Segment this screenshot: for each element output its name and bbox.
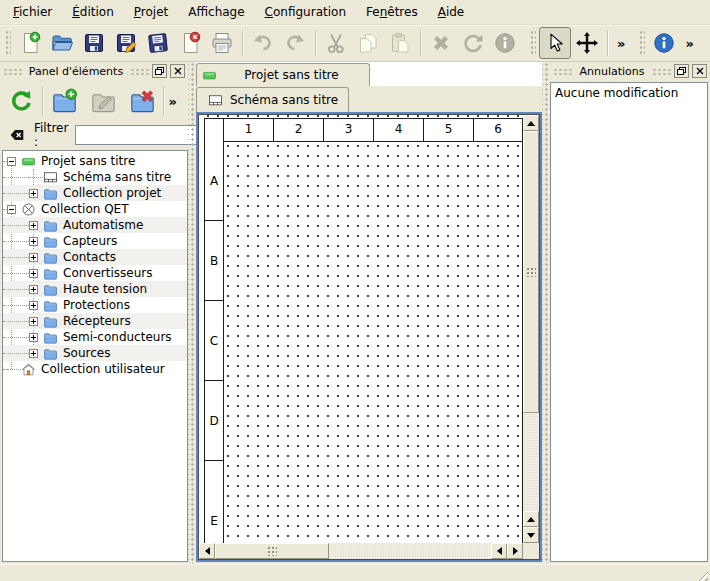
menu-projet[interactable]: Projet: [125, 2, 177, 22]
elements-panel-header[interactable]: Panel d'éléments: [0, 62, 188, 80]
save-all-button[interactable]: [142, 27, 174, 59]
tree-item-sources[interactable]: Sources: [3, 345, 187, 361]
expand-icon[interactable]: [29, 333, 38, 342]
scroll-left-button[interactable]: [199, 543, 215, 559]
schema-canvas[interactable]: 123456 ABCDE: [199, 115, 523, 543]
dock-handle-icon[interactable]: [652, 68, 671, 75]
tree-item-label: Contacts: [63, 250, 116, 264]
move-all-button[interactable]: [571, 27, 603, 59]
tree-item-label: Haute tension: [63, 282, 147, 296]
scroll-right-button[interactable]: [507, 543, 523, 559]
folder-icon: [43, 250, 58, 265]
folder-new-button[interactable]: [46, 83, 82, 119]
paste-icon: [388, 31, 412, 55]
open-document-button[interactable]: [46, 27, 78, 59]
canvas-hscrollbar[interactable]: [199, 543, 523, 559]
resize-grip-icon[interactable]: [695, 569, 708, 581]
expand-icon[interactable]: [29, 301, 38, 310]
tab-project[interactable]: Projet sans titre: [196, 63, 370, 86]
expand-icon[interactable]: [29, 349, 38, 358]
toolbar-handle-icon[interactable]: [639, 30, 645, 56]
close-panel-button[interactable]: [170, 64, 185, 78]
left-splitter[interactable]: [188, 62, 196, 564]
float-panel-button[interactable]: [674, 64, 689, 78]
info-blue-button[interactable]: [648, 27, 680, 59]
tree-item-capteurs[interactable]: Capteurs: [3, 233, 187, 249]
tree-item-collection-utilisateur[interactable]: Collection utilisateur: [3, 361, 187, 377]
menu-affichage[interactable]: Affichage: [179, 2, 253, 22]
toolbar-file: [2, 25, 521, 61]
tree-item-projet-sans-titre[interactable]: Projet sans titre: [3, 153, 187, 169]
toolbar-extension-button[interactable]: »: [612, 36, 630, 51]
dock-handle-icon[interactable]: [130, 68, 149, 75]
tree-item-collection-qet[interactable]: Collection QET: [3, 201, 187, 217]
undo-history-item[interactable]: Aucune modification: [551, 85, 707, 101]
print-button[interactable]: [206, 27, 238, 59]
menu-edition[interactable]: Édition: [63, 2, 123, 22]
elements-tree[interactable]: Projet sans titreSchéma sans titreCollec…: [2, 150, 188, 562]
schema-view: 123456 ABCDE: [196, 112, 542, 562]
delete-button: [425, 27, 457, 59]
new-document-button[interactable]: [14, 27, 46, 59]
tree-item-label: Capteurs: [63, 234, 117, 248]
undo-history-list[interactable]: Aucune modification: [550, 82, 708, 562]
select-arrow-button[interactable]: [539, 27, 571, 59]
scroll-left-button-2[interactable]: [491, 543, 507, 559]
undo-panel-header[interactable]: Annulations: [550, 62, 710, 80]
tree-item-convertisseurs[interactable]: Convertisseurs: [3, 265, 187, 281]
menu-fichier[interactable]: Fichier: [4, 2, 61, 22]
collapse-icon[interactable]: [7, 205, 16, 214]
tree-item-protections[interactable]: Protections: [3, 297, 187, 313]
row-header-C: C: [205, 301, 224, 381]
folder-icon: [43, 314, 58, 329]
expand-icon[interactable]: [29, 285, 38, 294]
toolbar-handle-icon[interactable]: [530, 30, 536, 56]
collapse-icon[interactable]: [7, 157, 16, 166]
dock-handle-icon[interactable]: [553, 68, 572, 75]
reload-button[interactable]: [3, 83, 39, 119]
expand-icon[interactable]: [29, 253, 38, 262]
tree-item-automatisme[interactable]: Automatisme: [3, 217, 187, 233]
toolbar-tools: »: [527, 25, 630, 61]
toolbar-extension-button[interactable]: »: [680, 36, 698, 51]
close-file-button[interactable]: [174, 27, 206, 59]
column-header-6: 6: [474, 119, 522, 141]
expand-icon[interactable]: [29, 269, 38, 278]
menu-aide[interactable]: Aide: [429, 2, 474, 22]
qet-icon: [21, 202, 36, 217]
expand-icon[interactable]: [29, 189, 38, 198]
menu-configuration[interactable]: Configuration: [256, 2, 355, 22]
row-header-E: E: [205, 461, 224, 543]
float-panel-button[interactable]: [152, 64, 167, 78]
toolbar-extension-button[interactable]: »: [169, 94, 177, 109]
save-button[interactable]: [78, 27, 110, 59]
expand-icon[interactable]: [29, 237, 38, 246]
menu-fenetres[interactable]: Fenêtres: [357, 2, 427, 22]
project-tabbar: Projet sans titre: [196, 62, 542, 86]
tree-item-recepteurs[interactable]: Récepteurs: [3, 313, 187, 329]
scroll-down-button[interactable]: [523, 527, 539, 543]
vscroll-thumb[interactable]: [523, 131, 539, 413]
canvas-vscrollbar[interactable]: [523, 115, 539, 543]
tree-item-schema-sans-titre[interactable]: Schéma sans titre: [3, 169, 187, 185]
folder-delete-button[interactable]: [124, 83, 160, 119]
scroll-up-button-2[interactable]: [523, 511, 539, 527]
tree-item-haute-tension[interactable]: Haute tension: [3, 281, 187, 297]
dock-handle-icon[interactable]: [3, 68, 22, 75]
tab-schema[interactable]: Schéma sans titre: [196, 87, 349, 112]
close-panel-button[interactable]: [692, 64, 707, 78]
right-splitter[interactable]: [542, 62, 550, 564]
save-as-button[interactable]: [110, 27, 142, 59]
filter-label: Filtrer :: [34, 121, 68, 149]
hscroll-thumb[interactable]: [215, 543, 329, 559]
tree-item-semi-conducteurs[interactable]: Semi-conducteurs: [3, 329, 187, 345]
toolbar-handle-icon[interactable]: [5, 30, 11, 56]
expand-icon[interactable]: [29, 221, 38, 230]
clear-filter-icon[interactable]: [7, 126, 27, 144]
scroll-up-button[interactable]: [523, 115, 539, 131]
row-header-A: A: [205, 141, 224, 221]
folder-edit-icon: [90, 88, 117, 115]
tree-item-collection-projet[interactable]: Collection projet: [3, 185, 187, 201]
expand-icon[interactable]: [29, 317, 38, 326]
tree-item-contacts[interactable]: Contacts: [3, 249, 187, 265]
